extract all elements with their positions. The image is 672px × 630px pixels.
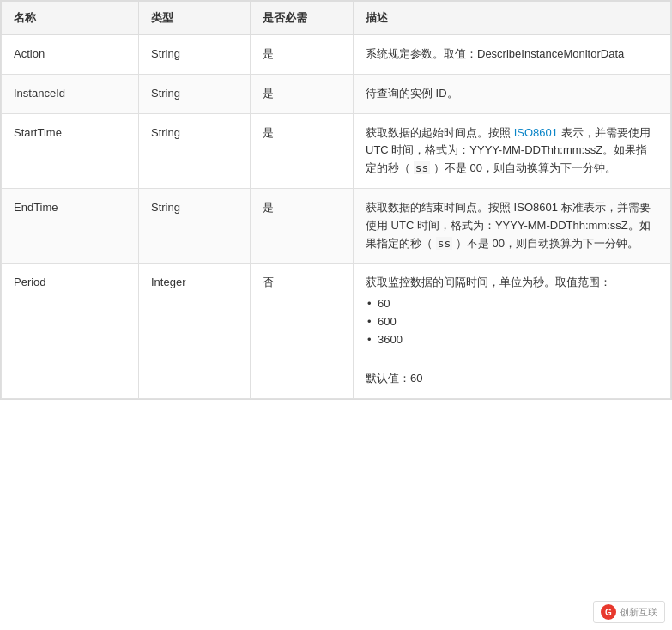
iso8601-link[interactable]: ISO8601 — [514, 126, 558, 139]
table-header-row: 名称 类型 是否必需 描述 — [2, 2, 671, 35]
param-description: 待查询的实例 ID。 — [354, 74, 671, 113]
param-required: 是 — [251, 113, 354, 188]
param-name: StartTime — [2, 113, 139, 188]
api-params-table: 名称 类型 是否必需 描述 Action String 是 系统规定参数。取值：… — [0, 0, 672, 400]
param-description: 获取数据的起始时间点。按照 ISO8601 表示，并需要使用 UTC 时间，格式… — [354, 113, 671, 188]
col-header-required: 是否必需 — [251, 2, 354, 35]
table-row: InstanceId String 是 待查询的实例 ID。 — [2, 74, 671, 113]
col-header-description: 描述 — [354, 2, 671, 35]
col-header-name: 名称 — [2, 2, 139, 35]
table-row: EndTime String 是 获取数据的结束时间点。按照 ISO8601 标… — [2, 188, 671, 263]
param-name: Period — [2, 264, 139, 399]
period-values-list: 60 600 3600 — [366, 295, 658, 348]
param-name: InstanceId — [2, 74, 139, 113]
param-description: 获取数据的结束时间点。按照 ISO8601 标准表示，并需要使用 UTC 时间，… — [354, 188, 671, 263]
param-required: 是 — [251, 74, 354, 113]
param-required: 是 — [251, 35, 354, 75]
code-ss-end: ss — [436, 237, 453, 250]
param-type: String — [139, 35, 251, 75]
param-name: Action — [2, 35, 139, 75]
list-item: 600 — [366, 313, 658, 331]
param-type: String — [139, 188, 251, 263]
param-description: 获取监控数据的间隔时间，单位为秒。取值范围： 60 600 3600 默认值：6… — [354, 264, 671, 399]
list-item: 3600 — [366, 331, 658, 349]
table-row: StartTime String 是 获取数据的起始时间点。按照 ISO8601… — [2, 113, 671, 188]
param-required: 否 — [251, 264, 354, 399]
param-description: 系统规定参数。取值：DescribeInstanceMonitorData — [354, 35, 671, 75]
table-row: Period Integer 否 获取监控数据的间隔时间，单位为秒。取值范围： … — [2, 264, 671, 399]
param-type: Integer — [139, 264, 251, 399]
list-item: 60 — [366, 295, 658, 313]
col-header-type: 类型 — [139, 2, 251, 35]
code-ss: ss — [414, 161, 431, 174]
param-type: String — [139, 113, 251, 188]
param-required: 是 — [251, 188, 354, 263]
param-type: String — [139, 74, 251, 113]
param-name: EndTime — [2, 188, 139, 263]
table-row: Action String 是 系统规定参数。取值：DescribeInstan… — [2, 35, 671, 75]
